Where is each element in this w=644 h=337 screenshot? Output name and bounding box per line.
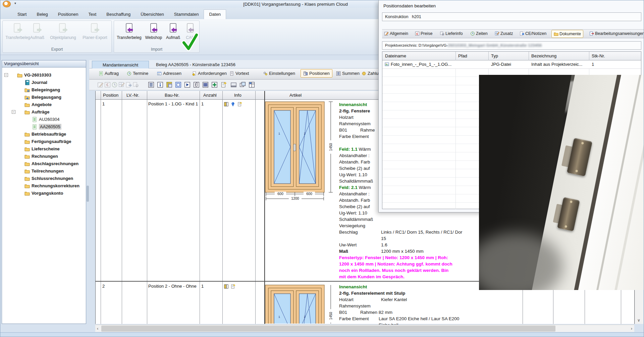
tree-item-rechnungen[interactable]: Rechnungen xyxy=(24,153,58,160)
tree-item-angebote[interactable]: Angebote xyxy=(24,101,52,108)
clock-icon xyxy=(470,31,475,36)
tree-item-vg[interactable]: − VG-26010303 xyxy=(17,71,51,79)
toolbar-icon-attachment[interactable] xyxy=(193,82,200,88)
document-icon xyxy=(32,124,37,130)
tree-item-vorgangskonto[interactable]: Vorgangskonto xyxy=(24,190,63,197)
tab-beleg-aa260505[interactable]: Beleg AA260505 - Künsterstraße 123456 xyxy=(151,61,240,68)
toolbar-icon-new-doc[interactable] xyxy=(220,82,227,88)
address-card-icon xyxy=(157,71,162,76)
import-webshop-button[interactable]: Webshop xyxy=(144,23,164,40)
tree-item-journal[interactable]: Journal xyxy=(24,79,47,86)
toolbar-icon-frame[interactable] xyxy=(175,82,181,88)
tree-item-abschlagsrechnungen[interactable]: Abschlagsrechnungen xyxy=(24,160,78,167)
col-bezeichnung[interactable]: Bezeichnung xyxy=(531,53,556,58)
tree-item-lieferscheine[interactable]: Lieferscheine xyxy=(24,145,60,152)
position-note-line: 1200 x 1450 mm | Notizen: Achtung ggf. k… xyxy=(339,261,483,267)
coin-icon xyxy=(362,71,366,76)
tree-item-fertigungsauftraege[interactable]: Fertigungsaufträge xyxy=(24,138,71,145)
export-aufmass-button: Aufmaß xyxy=(27,23,48,40)
ribbon-tab-daten[interactable]: Daten xyxy=(204,9,226,19)
subtab-auftrag[interactable]: Auftrag xyxy=(99,71,119,76)
tree-item-belegeingang[interactable]: Belegeingang xyxy=(24,86,60,93)
expander-icon[interactable]: − xyxy=(12,110,15,114)
artikel-line: Farbe ElementLaur SA E200 Eiche hell / L… xyxy=(339,316,483,322)
horizontal-scroll-thumb[interactable] xyxy=(101,326,555,332)
expander-icon[interactable]: − xyxy=(4,73,8,77)
documents-grid-header: Dateiname Pfad Typ Bezeichnung Stk-Nr. xyxy=(382,52,641,60)
doc-red-arrow-icon xyxy=(589,31,594,36)
quick-access-caret-icon[interactable]: ▾ xyxy=(14,1,16,5)
konstruktion-label: Konstruktion xyxy=(385,14,408,19)
tree-item-teilrechnungen[interactable]: Teilrechnungen xyxy=(24,167,64,175)
doc-export-icon xyxy=(90,23,100,34)
tree-item-betriebsauftraege[interactable]: Betriebsaufträge xyxy=(24,131,66,138)
ribbon-tab-text[interactable]: Text xyxy=(83,10,101,19)
subtab-summen[interactable]: Summen xyxy=(336,71,360,76)
project-dir-redacted: 26010303_Meingart GmbH_Künsterstraße 123… xyxy=(448,43,542,47)
dialog-tab-preise[interactable]: Preise xyxy=(415,31,432,36)
export-objektplanung-button: Objektplanung xyxy=(46,23,80,40)
toolbar-icon-list[interactable] xyxy=(148,82,154,88)
toolbar-icon-add[interactable] xyxy=(211,82,218,88)
artikel-text-row2: Innenansicht 2-flg. Fensterelement mit S… xyxy=(339,284,483,328)
toolbar-icon-panes[interactable] xyxy=(249,82,255,88)
col-stk-nr[interactable]: Stk-Nr. xyxy=(592,53,605,58)
toolbar-icon-sill[interactable] xyxy=(230,82,237,88)
info-window-icon xyxy=(224,284,229,289)
svg-text:2: 2 xyxy=(304,132,306,135)
doc-export-icon xyxy=(13,23,23,34)
dialog-tab-ce-notizen[interactable]: CE/Notizen xyxy=(520,31,546,36)
position-note-line: noch ein Rollladen. Muss noch geklärt we… xyxy=(339,267,483,274)
col-typ[interactable]: Typ xyxy=(491,53,498,58)
dialog-tab-zeiten[interactable]: Zeiten xyxy=(470,31,488,36)
subtab-positionen[interactable]: Positionen xyxy=(301,69,332,78)
tree-item-aa260505[interactable]: AA260505 xyxy=(32,123,61,130)
toolbar-icon-overlap[interactable] xyxy=(239,82,246,88)
ribbon-tab-positionen[interactable]: Positionen xyxy=(53,10,84,19)
toolbar-icon-info[interactable] xyxy=(157,82,163,88)
subtab-termine[interactable]: Termine xyxy=(127,71,148,76)
tree-item-rechnungskorrekturen[interactable]: Rechnungskorrekturen xyxy=(24,182,79,189)
scroll-down-icon[interactable]: ∨ xyxy=(637,318,640,323)
ribbon-tab-beschaffung[interactable]: Beschaffung xyxy=(101,10,136,19)
ribbon-tab-stammdaten[interactable]: Stammdaten xyxy=(169,10,204,19)
col-pfad[interactable]: Pfad xyxy=(458,53,467,58)
ribbon-tab-beleg[interactable]: Beleg xyxy=(32,10,53,19)
import-aufmass-button[interactable]: Aufmaß xyxy=(164,23,182,40)
app-window: ▾ [DDK01] Vorgangserfassung - Klaes prem… xyxy=(0,0,644,337)
scroll-left-icon[interactable]: ‹ xyxy=(97,326,98,331)
scroll-right-icon[interactable]: › xyxy=(631,326,632,331)
tab-mandantenansicht[interactable]: Mandantenansicht xyxy=(92,61,149,68)
doc-export-icon xyxy=(32,23,42,34)
doc-icon xyxy=(229,71,234,76)
info-doc-star-icon xyxy=(237,102,242,107)
tree-item-au260304[interactable]: AU260304 xyxy=(32,116,59,123)
ribbon-tab-uebersichten[interactable]: Übersichten xyxy=(136,10,169,19)
subtab-anforderungen[interactable]: Anforderungen xyxy=(192,71,227,76)
tree-item-belegausgang[interactable]: Belegausgang xyxy=(24,94,61,101)
import-transferbeleg-button[interactable]: Transferbeleg xyxy=(115,23,144,40)
dialog-tab-bearbeitungsanweisungen[interactable]: Bearbeitungsanweisungen xyxy=(589,31,644,36)
ribbon-tab-start[interactable]: Start xyxy=(12,10,32,19)
tree-item-schlussrechnungen[interactable]: Schlussrechnungen xyxy=(24,175,73,182)
toolbar-icon-measure[interactable] xyxy=(166,82,172,88)
horizontal-scrollbar[interactable]: ‹ › xyxy=(95,325,634,332)
toolbar-icon-run[interactable] xyxy=(184,82,191,88)
folder-icon xyxy=(24,109,30,115)
dialog-tab-allgemein[interactable]: Allgemein xyxy=(384,31,408,36)
dialog-tab-zusatz[interactable]: Zusatz xyxy=(495,31,513,36)
positions-icon xyxy=(303,71,308,76)
toolbar-icon-blinds[interactable] xyxy=(202,82,209,88)
subtab-einstellungen[interactable]: Einstellungen xyxy=(263,71,295,76)
tree-item-auftraege[interactable]: − Aufträge xyxy=(24,108,49,115)
subtab-adressen[interactable]: Adressen xyxy=(157,71,181,76)
app-logo-icon[interactable] xyxy=(3,1,11,7)
subtab-vortext[interactable]: Vortext xyxy=(229,71,249,76)
col-dateiname[interactable]: Dateiname xyxy=(385,53,406,58)
vorgang-tree: − VG-26010303 Journal Belegeingang Beleg… xyxy=(2,67,86,323)
document-row[interactable]: Foto_innen_-_Pos_1_-_1.OG... JPG-Datei I… xyxy=(382,60,641,69)
panel-splitter-handle[interactable] xyxy=(87,186,89,202)
dialog-tab-lieferinfo[interactable]: Lieferinfo xyxy=(440,31,463,36)
window-drawing-row2: 1 2 1450 xyxy=(259,282,337,324)
dialog-tab-dokumente[interactable]: Dokumente xyxy=(551,30,583,38)
